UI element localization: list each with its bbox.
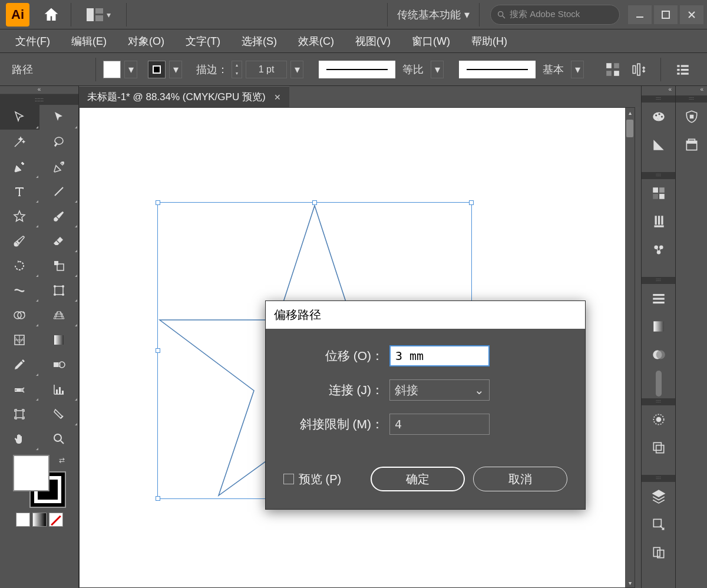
close-icon[interactable]: ✕ <box>274 93 281 102</box>
stroke-weight-input[interactable] <box>246 61 287 78</box>
graph-tool[interactable] <box>39 377 79 402</box>
gradient-tool[interactable] <box>39 328 79 352</box>
libraries-panel-button[interactable] <box>676 131 707 159</box>
brushes-panel-button[interactable] <box>642 207 675 236</box>
width-profile-preview[interactable] <box>319 61 395 78</box>
resize-handle[interactable] <box>312 200 317 205</box>
scrollbar-thumb[interactable] <box>626 120 633 137</box>
menu-effect[interactable]: 效果(C) <box>289 32 343 51</box>
expand-panels-button[interactable]: « <box>642 86 675 95</box>
preview-checkbox[interactable]: 预览 (P) <box>283 471 341 487</box>
panel-drag-handle[interactable]: :::: <box>642 277 675 284</box>
color-mode-none[interactable] <box>49 513 63 527</box>
fill-swatch[interactable] <box>103 61 121 78</box>
vertical-scrollbar[interactable]: ▴ ▾ <box>625 108 635 587</box>
pen-tool[interactable] <box>0 154 39 179</box>
close-button[interactable] <box>680 5 703 24</box>
blob-brush-tool[interactable] <box>0 229 39 253</box>
gradient-panel-button[interactable] <box>642 312 675 341</box>
hand-tool[interactable] <box>0 427 39 451</box>
panel-drag-handle[interactable]: :::: <box>676 95 707 103</box>
maximize-button[interactable] <box>654 5 678 24</box>
brush-dropdown[interactable]: ▾ <box>571 61 584 78</box>
tools-collapse-button[interactable]: « <box>0 86 78 94</box>
asset-export-panel-button[interactable] <box>642 510 675 539</box>
color-mode-solid[interactable] <box>16 513 30 527</box>
menu-window[interactable]: 窗口(W) <box>402 32 460 51</box>
stroke-weight-dropdown[interactable]: ▾ <box>290 61 303 78</box>
direct-selection-tool[interactable] <box>39 105 79 130</box>
swap-colors-icon[interactable]: ⇄ <box>59 456 65 464</box>
magic-wand-tool[interactable] <box>0 130 39 154</box>
menu-object[interactable]: 对象(O) <box>118 32 174 51</box>
cancel-button[interactable]: 取消 <box>473 467 567 491</box>
panel-scrollbar[interactable] <box>642 369 675 398</box>
menu-view[interactable]: 视图(V) <box>346 32 400 51</box>
color-guide-panel-button[interactable] <box>642 131 675 159</box>
menu-file[interactable]: 文件(F) <box>6 32 60 51</box>
shape-builder-tool[interactable] <box>0 303 39 328</box>
join-select[interactable]: 斜接 ⌄ <box>389 379 490 401</box>
menu-edit[interactable]: 编辑(E) <box>62 32 116 51</box>
selection-tool[interactable] <box>0 105 39 130</box>
rotate-tool[interactable] <box>0 253 39 278</box>
scroll-down-arrow[interactable]: ▾ <box>625 578 635 587</box>
perspective-grid-tool[interactable] <box>39 303 79 328</box>
search-input[interactable]: 搜索 Adobe Stock <box>490 5 620 25</box>
offset-input[interactable] <box>389 345 490 366</box>
type-tool[interactable] <box>0 179 39 204</box>
resize-handle[interactable] <box>156 496 160 501</box>
color-panel-button[interactable] <box>642 103 675 131</box>
color-mode-gradient[interactable] <box>32 513 47 527</box>
panel-drag-handle[interactable]: :::: <box>642 475 675 482</box>
resize-handle[interactable] <box>156 348 160 353</box>
document-tab[interactable]: 未标题-1* @ 88.34% (CMYK/GPU 预览) ✕ <box>79 86 289 107</box>
panel-drag-handle[interactable]: :::: <box>642 398 675 405</box>
scroll-up-arrow[interactable]: ▴ <box>625 108 635 117</box>
opacity-icon[interactable] <box>605 62 620 77</box>
panel-drag-handle[interactable]: :::: <box>642 172 675 179</box>
line-tool[interactable] <box>39 179 79 204</box>
stroke-panel-button[interactable] <box>642 284 675 312</box>
symbol-sprayer-tool[interactable] <box>0 377 39 402</box>
artboard-tool[interactable] <box>0 402 39 427</box>
zoom-tool[interactable] <box>39 427 79 451</box>
expand-panels-button[interactable]: « <box>676 86 707 95</box>
menu-help[interactable]: 帮助(H) <box>462 32 517 51</box>
artboards-panel-button[interactable] <box>642 539 675 567</box>
blend-tool[interactable] <box>39 352 79 377</box>
width-profile-dropdown[interactable]: ▾ <box>431 61 444 78</box>
arrange-docs-button[interactable]: ▾ <box>87 8 111 21</box>
miter-limit-input[interactable] <box>389 414 490 435</box>
align-icon[interactable] <box>631 62 646 77</box>
free-transform-tool[interactable] <box>39 278 79 303</box>
tools-drag-handle[interactable]: :::::: <box>0 94 78 105</box>
menu-select[interactable]: 选择(S) <box>232 32 286 51</box>
fill-color-swatch[interactable] <box>13 455 49 491</box>
stroke-weight-stepper[interactable]: ▴▾ <box>232 61 242 78</box>
workspace-selector[interactable]: 传统基本功能 ▾ <box>391 5 475 24</box>
paintbrush-tool[interactable] <box>39 204 79 229</box>
eyedropper-tool[interactable] <box>0 352 39 377</box>
home-icon[interactable] <box>42 6 60 24</box>
layers-panel-button[interactable] <box>642 482 675 510</box>
menu-type[interactable]: 文字(T) <box>176 32 230 51</box>
slice-tool[interactable] <box>39 402 79 427</box>
properties-panel-button[interactable] <box>676 103 707 131</box>
eraser-tool[interactable] <box>39 229 79 253</box>
control-panel-menu-icon[interactable] <box>675 62 691 77</box>
resize-handle[interactable] <box>156 200 160 205</box>
swatches-panel-button[interactable] <box>642 179 675 207</box>
curvature-tool[interactable] <box>39 154 79 179</box>
brush-preview[interactable] <box>459 61 536 78</box>
width-tool[interactable] <box>0 278 39 303</box>
symbols-panel-button[interactable] <box>642 236 675 264</box>
stroke-dropdown[interactable]: ▾ <box>169 61 182 78</box>
ok-button[interactable]: 确定 <box>371 467 465 491</box>
graphic-styles-panel-button[interactable] <box>642 434 675 462</box>
appearance-panel-button[interactable] <box>642 405 675 434</box>
scale-tool[interactable] <box>39 253 79 278</box>
lasso-tool[interactable] <box>39 130 79 154</box>
minimize-button[interactable] <box>628 5 652 24</box>
shape-tool[interactable] <box>0 204 39 229</box>
